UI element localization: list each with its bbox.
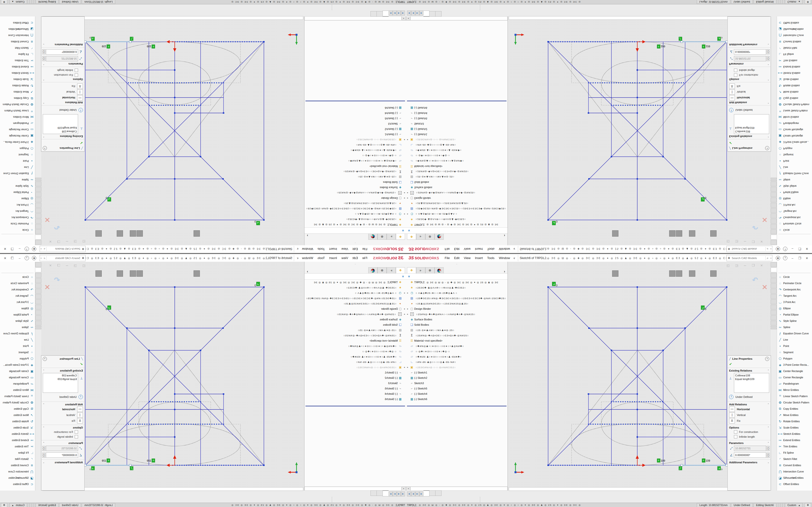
section-additional-parameters[interactable]: Additional Parameters⌄ bbox=[728, 459, 771, 464]
tab-nav-button[interactable]: ▶ bbox=[389, 492, 393, 496]
tree-row[interactable]: ▸ A ○25ИΝ◎◦✚Α✚◎ИΝΑ○◦○ΑΝИ◎✚Α✚◦◎ΝИ25○ bbox=[305, 312, 406, 317]
cancel-sketch-icon[interactable]: ✕ bbox=[44, 283, 50, 291]
menu-item[interactable]: Edit bbox=[350, 254, 360, 262]
section-existing-relations[interactable]: Existing Relations⌃ bbox=[728, 134, 771, 139]
relation-button-icon[interactable]: — bbox=[729, 95, 735, 101]
view-toolbar-icon[interactable] bbox=[213, 231, 219, 236]
tree-row[interactable]: ⌐ Sketch3 bbox=[305, 381, 406, 386]
view-toolbar-icon[interactable] bbox=[625, 271, 631, 276]
scroll-left-icon[interactable]: ◂ bbox=[406, 16, 410, 20]
tree-filter-bar[interactable]: ▼ bbox=[305, 227, 406, 233]
tree-row[interactable]: ▤ ○25✚3Є25○ИΝ◎◦✚ЭСЗЄ⊃ЗЄ25○◦○25ЄЗ⊂ЄЗСЭ✚◦◎… bbox=[305, 295, 406, 301]
commandmanager-tab[interactable] bbox=[35, 235, 41, 239]
checkbox[interactable] bbox=[734, 73, 737, 77]
view-toolbar-icon[interactable] bbox=[612, 230, 618, 237]
commandmanager-tab[interactable] bbox=[771, 262, 777, 267]
view-toolbar-icon[interactable] bbox=[650, 271, 656, 276]
sketch-tool-item[interactable]: ⁘ Segment bbox=[777, 152, 812, 158]
view-toolbar-icon[interactable] bbox=[683, 271, 689, 276]
menu-item[interactable]: Window bbox=[300, 254, 315, 262]
featuremanager-tab-tree[interactable]: ❖ bbox=[396, 234, 405, 240]
tab-nav-button[interactable]: ◀ bbox=[401, 492, 405, 496]
sketch-tool-item[interactable]: ◎ Ellipse bbox=[0, 195, 35, 202]
sketch-tool-item[interactable]: ⬠ Polygon bbox=[777, 355, 812, 362]
commandmanager-tab[interactable] bbox=[771, 326, 777, 327]
view-toolbar-icon[interactable] bbox=[631, 271, 637, 276]
commandmanager-tab[interactable] bbox=[35, 294, 41, 299]
sketch-tool-item[interactable]: ƒ Equation Driven Curve bbox=[0, 330, 35, 337]
featuremanager-tab-configurations[interactable]: ⊕ bbox=[377, 267, 387, 273]
search-box[interactable]: ❖ ⌕ ▾ bbox=[40, 255, 86, 261]
spinner[interactable]: ▲▼ bbox=[42, 50, 45, 55]
help-icon[interactable]: ? bbox=[783, 256, 788, 260]
tree-row[interactable]: ⌐ (-) Sketch1 bbox=[305, 370, 406, 375]
sketch-tool-item[interactable]: ⠛ Linear Sketch Pattern bbox=[777, 393, 812, 399]
add-relation-row[interactable]: ❘ Vertical bbox=[41, 89, 84, 95]
section-parameters[interactable]: Parameters⌃ bbox=[41, 62, 84, 67]
tree-row[interactable]: ❑ Solid Bodies bbox=[406, 180, 507, 185]
commandmanager-tab[interactable] bbox=[35, 180, 41, 181]
featuremanager-tab-properties[interactable]: ⫦ bbox=[387, 267, 396, 273]
commandmanager-tab[interactable] bbox=[35, 305, 41, 309]
sketch-tool-item[interactable]: ◎ Ellipse bbox=[777, 195, 812, 202]
commandmanager-tab[interactable] bbox=[35, 192, 41, 197]
view-toolbar-icon[interactable] bbox=[518, 231, 524, 236]
tree-row[interactable]: ❖ TЯPDL2. ◎ ЗЄ ◎ Ш ◎ ◦ ◎ ✚ ◎ ЭС ◎ ЗЄ ◎ ✦… bbox=[305, 280, 406, 285]
commandmanager-tab[interactable] bbox=[771, 219, 777, 224]
sketch-tool-item[interactable]: ◈ 3 Point Center Recta... bbox=[0, 139, 35, 145]
view-toolbar-icon[interactable] bbox=[219, 231, 225, 236]
tree-row[interactable]: ∟ ○ИΝ◦d6◦♟◎○○◦○○◎♟◦6b◦ΝИ○ bbox=[305, 359, 406, 364]
more-tools-chevron-icon[interactable]: ≫ bbox=[0, 27, 35, 31]
view-toolbar-icon[interactable] bbox=[89, 231, 95, 236]
tree-row[interactable]: ▦ (-) Sketch2 bbox=[406, 126, 507, 132]
view-toolbar-icon[interactable] bbox=[689, 270, 695, 277]
status-units-selector[interactable]: Custom▴ bbox=[9, 0, 27, 4]
view-toolbar-icon[interactable] bbox=[110, 271, 116, 276]
view-toolbar-icon[interactable] bbox=[162, 231, 168, 236]
menu-item[interactable]: File bbox=[360, 245, 369, 253]
view-toolbar-icon[interactable] bbox=[530, 231, 536, 236]
view-toolbar-icon[interactable] bbox=[516, 231, 517, 236]
search-box[interactable]: ❖ ⌕ ▾ bbox=[726, 255, 772, 261]
user-account-icon[interactable]: ◉ bbox=[32, 256, 36, 260]
sketch-tool-item[interactable]: ↷ Centerpoint Arc bbox=[0, 286, 35, 293]
relation-button-icon[interactable]: ⚓ bbox=[729, 83, 735, 89]
tree-row[interactable]: ▱ ○✚ИΝ◎♟+○∗⊙Ι○◦○Ι⊙∗○+♟◎ΝИ✚○ bbox=[406, 158, 507, 164]
help-icon[interactable]: ? bbox=[24, 247, 29, 251]
commandmanager-tab[interactable] bbox=[35, 262, 41, 267]
expand-arrow-icon[interactable]: ▸ bbox=[403, 192, 406, 194]
section-existing-relations[interactable]: Existing Relations⌃ bbox=[41, 134, 84, 139]
tree-row[interactable]: ∟ ○ИΝ◦d6◦♟◎○○◦○○◎♟◦6b◦ΝИ○ bbox=[406, 359, 507, 364]
sketch-tool-item[interactable]: ⋂ Intersection Curve bbox=[0, 468, 35, 475]
tree-row[interactable]: ▱ ○·◎✚○∗⊙Ι○◦○Ι⊙∗○✚◎·○ bbox=[305, 349, 406, 354]
restore-button[interactable]: ❐ bbox=[9, 247, 16, 251]
view-toolbar-icon[interactable] bbox=[143, 271, 149, 276]
sketch-tool-item[interactable]: ⋂ Intersection Curve bbox=[0, 32, 35, 39]
tree-row[interactable]: ★ ○253Є✚◦♟◎ΛΑΦ○◦○ΦΑΛ◎♟◦✚Є352○ bbox=[305, 285, 406, 290]
relation-item[interactable]: Collinear108 bbox=[44, 130, 77, 133]
sketch-tool-item[interactable]: ◎ Ellipse bbox=[777, 305, 812, 312]
featuremanager-tab-configurations[interactable]: ⊕ bbox=[425, 234, 435, 240]
solidworks-resources-icon[interactable]: ❖ bbox=[1, 0, 7, 4]
view-toolbar-icon[interactable] bbox=[194, 270, 200, 277]
tree-horizontal-scrollbar[interactable]: ◂ bbox=[406, 487, 507, 491]
tree-row[interactable]: ▱ ○✚Жd6◦♟○∗⊙Ι○◦○Ι⊙∗○♟◦6bЖ✚○ bbox=[406, 148, 507, 153]
sketch-tool-item[interactable]: ⠛ Linear Sketch Pattern bbox=[777, 108, 812, 114]
scroll-left-icon[interactable]: ◂ bbox=[402, 487, 406, 491]
view-toolbar-icon[interactable] bbox=[638, 271, 644, 276]
tree-row[interactable]: ∟ ○ИΝ◦d6◦♟◎○○◦○○◎♟◦6b◦ΝИ○ bbox=[305, 143, 406, 148]
tree-row[interactable]: ▸ ◷ ○ Λ♟◎✚25◦Ж○◦○Ж◦25✚◎♟Λ ○ bbox=[305, 290, 406, 295]
view-toolbar-icon[interactable] bbox=[650, 231, 656, 236]
sketch-tool-item[interactable]: ∿ Style Spline bbox=[0, 318, 35, 324]
sketch-tool-item[interactable]: ƒ Equation Driven Curve bbox=[0, 170, 35, 177]
tree-row[interactable]: ▱ ○✚Жd6◦♟○∗⊙Ι○◦○Ι⊙∗○♟◦6bЖ✚○ bbox=[305, 354, 406, 359]
view-toolbar-icon[interactable] bbox=[175, 271, 181, 276]
commandmanager-tab[interactable] bbox=[771, 203, 777, 208]
option-row[interactable]: Infinite length bbox=[41, 434, 84, 439]
parameter-value[interactable]: 10.88152731 bbox=[734, 446, 766, 451]
confirm-sketch-icon[interactable]: ↶ bbox=[54, 276, 60, 284]
tree-row[interactable]: ▸ A ○25ИΝ◎◦✚Α✚◎ИΝΑ○◦○ΑΝИ◎✚Α✚◦◎ΝИ25○ bbox=[406, 190, 507, 195]
section-add-relations[interactable]: Add Relations⌃ bbox=[41, 101, 84, 106]
view-toolbar-icon[interactable] bbox=[95, 230, 102, 237]
section-parameters[interactable]: Parameters⌃ bbox=[728, 440, 771, 445]
